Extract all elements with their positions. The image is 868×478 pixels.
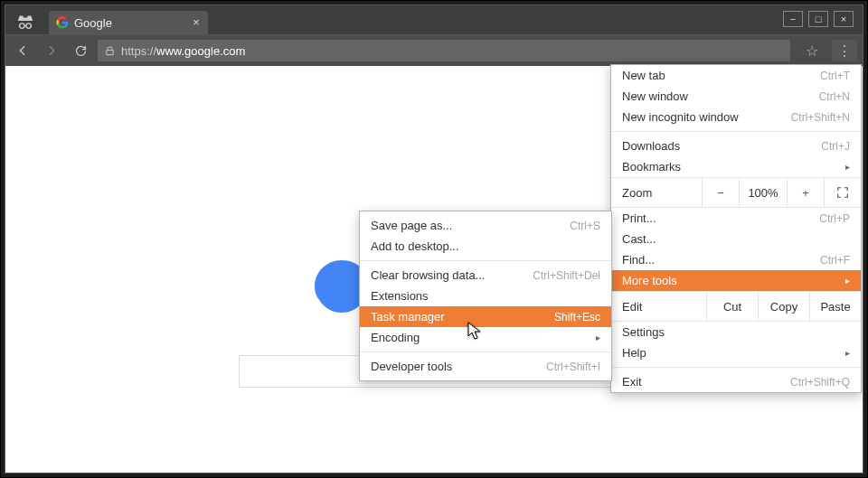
menu-edit-row: Edit Cut Copy Paste	[611, 291, 861, 322]
lock-icon	[103, 44, 116, 57]
menu-item-help[interactable]: Help▸	[611, 342, 861, 363]
chrome-menu-button[interactable]: ⋮	[832, 40, 857, 61]
more-tools-submenu: Save page as...Ctrl+S Add to desktop... …	[359, 211, 612, 381]
window-maximize-button[interactable]: □	[808, 11, 828, 27]
submenu-item-dev-tools[interactable]: Developer toolsCtrl+Shift+I	[360, 356, 611, 377]
tab-close-button[interactable]: ×	[190, 15, 203, 28]
menu-item-find[interactable]: Find...Ctrl+F	[611, 249, 861, 270]
zoom-out-button[interactable]: −	[702, 178, 739, 207]
tab-title: Google	[74, 16, 112, 30]
back-button[interactable]	[11, 40, 34, 61]
submenu-arrow-icon: ▸	[845, 276, 850, 286]
submenu-item-save-page[interactable]: Save page as...Ctrl+S	[360, 215, 611, 236]
menu-zoom-row: Zoom − 100% +	[611, 177, 861, 208]
zoom-value: 100%	[739, 178, 787, 207]
bookmark-star-icon[interactable]: ☆	[801, 40, 823, 61]
window-minimize-button[interactable]: −	[783, 11, 803, 27]
chrome-main-menu: New tabCtrl+T New windowCtrl+N New incog…	[610, 64, 862, 393]
edit-cut-button[interactable]: Cut	[706, 292, 758, 321]
toolbar: https://www.google.com ☆ ⋮	[5, 34, 863, 66]
menu-item-bookmarks[interactable]: Bookmarks▸	[611, 156, 861, 177]
browser-tab[interactable]: Google ×	[49, 11, 208, 34]
submenu-item-clear-data[interactable]: Clear browsing data...Ctrl+Shift+Del	[360, 265, 611, 286]
menu-item-cast[interactable]: Cast...	[611, 229, 861, 249]
window-controls: − □ ×	[783, 11, 854, 27]
menu-item-new-window[interactable]: New windowCtrl+N	[611, 86, 861, 107]
menu-item-downloads[interactable]: DownloadsCtrl+J	[611, 136, 861, 156]
svg-point-1	[26, 23, 31, 29]
menu-separator	[360, 260, 611, 261]
submenu-item-extensions[interactable]: Extensions	[360, 286, 611, 306]
omnibox[interactable]: https://www.google.com	[98, 40, 790, 61]
submenu-arrow-icon: ▸	[596, 333, 600, 342]
fullscreen-button[interactable]	[824, 178, 861, 207]
forward-button[interactable]	[40, 40, 63, 61]
zoom-in-button[interactable]: +	[787, 178, 824, 207]
edit-copy-button[interactable]: Copy	[758, 292, 809, 321]
menu-separator	[360, 351, 611, 352]
zoom-label: Zoom	[611, 186, 702, 200]
menu-item-new-incognito[interactable]: New incognito windowCtrl+Shift+N	[611, 107, 861, 127]
menu-separator	[611, 367, 861, 368]
incognito-icon	[13, 11, 38, 33]
url-host: www.google.com	[156, 44, 245, 58]
submenu-item-encoding[interactable]: Encoding▸	[360, 327, 611, 348]
desktop-frame: − □ ×	[0, 0, 868, 478]
menu-item-more-tools[interactable]: More tools▸	[611, 270, 861, 291]
menu-item-settings[interactable]: Settings	[611, 322, 861, 342]
tab-strip: Google ×	[5, 5, 863, 34]
svg-point-0	[20, 23, 24, 29]
submenu-item-add-desktop[interactable]: Add to desktop...	[360, 236, 611, 257]
submenu-arrow-icon: ▸	[845, 348, 850, 358]
submenu-item-task-manager[interactable]: Task managerShift+Esc	[360, 306, 611, 327]
submenu-arrow-icon: ▸	[845, 162, 850, 172]
menu-separator	[611, 131, 861, 132]
reload-button[interactable]	[69, 40, 92, 61]
url-protocol: https://	[121, 44, 156, 58]
google-favicon-icon	[56, 16, 69, 29]
menu-item-new-tab[interactable]: New tabCtrl+T	[611, 65, 861, 86]
window-close-button[interactable]: ×	[834, 11, 854, 27]
menu-item-print[interactable]: Print...Ctrl+P	[611, 208, 861, 229]
menu-item-exit[interactable]: ExitCtrl+Shift+Q	[611, 371, 861, 392]
edit-paste-button[interactable]: Paste	[809, 292, 861, 321]
edit-label: Edit	[611, 300, 706, 314]
